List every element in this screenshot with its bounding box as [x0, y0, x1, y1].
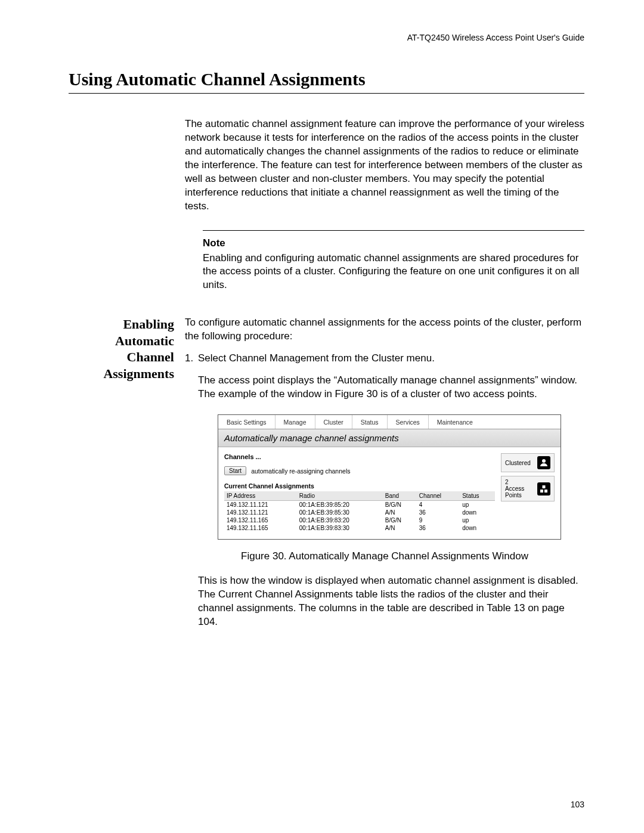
- col-band: Band: [383, 491, 417, 501]
- access-points-status-box: 2 Access Points: [501, 476, 555, 501]
- table-row: 149.132.11.121 00:1A:EB:39:85:30 A/N 36 …: [224, 509, 495, 516]
- intro-paragraph: The automatic channel assignment feature…: [185, 117, 584, 213]
- note-label: Note: [203, 237, 584, 250]
- cell-radio: 00:1A:EB:39:85:30: [297, 509, 383, 516]
- cell-radio: 00:1A:EB:39:85:20: [297, 501, 383, 509]
- cell-ip: 149.132.11.165: [224, 524, 297, 532]
- page: AT-TQ2450 Wireless Access Point User's G…: [0, 0, 644, 833]
- cell-radio: 00:1A:EB:39:83:20: [297, 516, 383, 524]
- running-header: AT-TQ2450 Wireless Access Point User's G…: [69, 33, 584, 42]
- post-figure-paragraph: This is how the window is displayed when…: [198, 574, 584, 629]
- note-box: Note Enabling and configuring automatic …: [203, 230, 584, 293]
- table-row: 149.132.11.121 00:1A:EB:39:85:20 B/G/N 4…: [224, 501, 495, 509]
- app-window: Basic Settings Manage Cluster Status Ser…: [218, 414, 561, 540]
- cell-ip: 149.132.11.165: [224, 516, 297, 524]
- table-header-row: IP Address Radio Band Channel Status: [224, 491, 495, 501]
- svg-rect-1: [540, 490, 543, 493]
- figure-30: Basic Settings Manage Cluster Status Ser…: [218, 414, 584, 540]
- start-row: Start automatically re-assigning channel…: [224, 466, 495, 475]
- col-status: Status: [460, 491, 495, 501]
- section-title: Using Automatic Channel Assignments: [69, 69, 584, 94]
- access-points-text: Access Points: [505, 485, 524, 498]
- cell-channel: 36: [417, 509, 460, 516]
- tab-basic-settings[interactable]: Basic Settings: [218, 415, 275, 429]
- col-ip: IP Address: [224, 491, 297, 501]
- side-heading: Enabling Automatic Channel Assignments: [69, 316, 185, 382]
- tab-services[interactable]: Services: [388, 415, 429, 429]
- cell-band: A/N: [383, 524, 417, 532]
- channels-heading: Channels ...: [224, 453, 495, 460]
- cell-channel: 36: [417, 524, 460, 532]
- table-row: 149.132.11.165 00:1A:EB:39:83:20 B/G/N 9…: [224, 516, 495, 524]
- col-radio: Radio: [297, 491, 383, 501]
- col-channel: Channel: [417, 491, 460, 501]
- step-1-detail: The access point displays the “Automatic…: [198, 374, 584, 401]
- access-points-icon: [537, 482, 550, 496]
- panel-title: Automatically manage channel assignments: [218, 429, 561, 447]
- table-row: 149.132.11.165 00:1A:EB:39:83:30 A/N 36 …: [224, 524, 495, 532]
- page-number: 103: [571, 800, 584, 809]
- cell-status: down: [460, 524, 495, 532]
- cell-status: down: [460, 509, 495, 516]
- svg-rect-2: [544, 490, 547, 493]
- tab-manage[interactable]: Manage: [275, 415, 315, 429]
- clustered-status-box: Clustered: [501, 453, 555, 472]
- cell-band: B/G/N: [383, 501, 417, 509]
- cell-status: up: [460, 501, 495, 509]
- step-1-text: Select Channel Management from the Clust…: [198, 352, 435, 364]
- cluster-icon: [537, 456, 550, 469]
- cell-channel: 4: [417, 501, 460, 509]
- clustered-label: Clustered: [505, 460, 533, 466]
- svg-rect-3: [543, 485, 546, 488]
- tab-bar: Basic Settings Manage Cluster Status Ser…: [218, 415, 561, 429]
- figure-caption: Figure 30. Automatically Manage Channel …: [185, 550, 584, 562]
- svg-point-0: [542, 459, 546, 463]
- procedure-body: To configure automatic channel assignmen…: [185, 316, 584, 401]
- cell-channel: 9: [417, 516, 460, 524]
- panel-left: Channels ... Start automatically re-assi…: [224, 453, 501, 532]
- access-points-label: 2 Access Points: [505, 479, 537, 498]
- cell-ip: 149.132.11.121: [224, 509, 297, 516]
- assignments-table: IP Address Radio Band Channel Status 149…: [224, 491, 495, 532]
- cell-ip: 149.132.11.121: [224, 501, 297, 509]
- tab-status[interactable]: Status: [352, 415, 388, 429]
- cell-band: B/G/N: [383, 516, 417, 524]
- procedure-intro: To configure automatic channel assignmen…: [185, 316, 584, 343]
- assignments-subheading: Current Channel Assignments: [224, 482, 495, 490]
- note-text: Enabling and configuring automatic chann…: [203, 252, 584, 293]
- panel-body: Channels ... Start automatically re-assi…: [218, 447, 561, 539]
- access-points-count: 2: [505, 479, 509, 485]
- cell-band: A/N: [383, 509, 417, 516]
- start-label: automatically re-assigning channels: [251, 467, 350, 475]
- start-button[interactable]: Start: [224, 466, 246, 475]
- procedure-block: Enabling Automatic Channel Assignments T…: [69, 316, 584, 401]
- cell-status: up: [460, 516, 495, 524]
- step-1: 1.Select Channel Management from the Clu…: [185, 352, 584, 366]
- tab-maintenance[interactable]: Maintenance: [429, 415, 481, 429]
- cell-radio: 00:1A:EB:39:83:30: [297, 524, 383, 532]
- step-number: 1.: [185, 352, 198, 366]
- tab-cluster[interactable]: Cluster: [315, 415, 352, 429]
- panel-right: Clustered 2 Access Points: [501, 453, 555, 532]
